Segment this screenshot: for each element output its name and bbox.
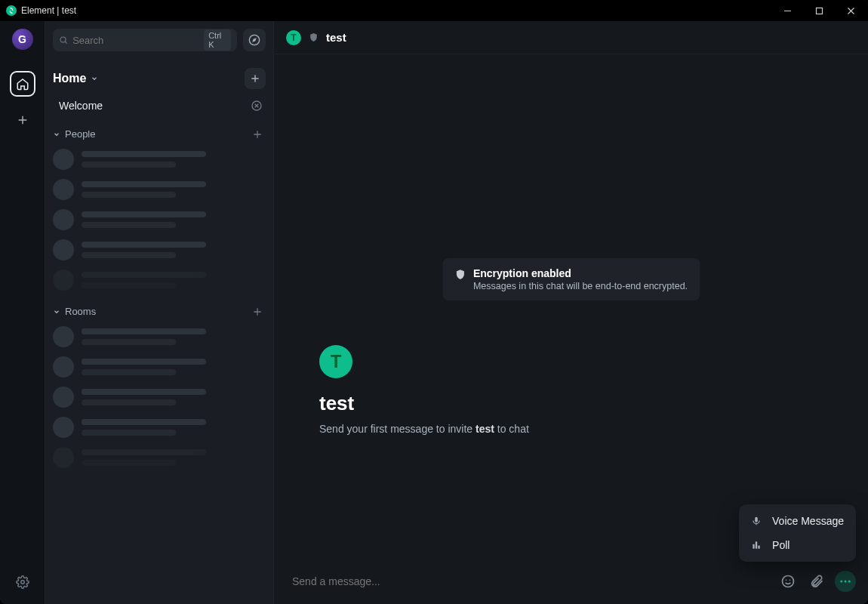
emoji-button[interactable] [777, 571, 799, 592]
room-title[interactable]: test [326, 31, 346, 44]
room-intro-name: test [319, 392, 529, 415]
shield-icon [309, 32, 319, 42]
space-header[interactable]: Home [53, 72, 98, 85]
svg-point-15 [848, 581, 851, 583]
composer-more-menu: Voice Message Poll [739, 504, 856, 562]
poll-label: Poll [772, 539, 790, 551]
svg-rect-9 [758, 546, 759, 549]
add-space-button[interactable] [10, 107, 35, 133]
new-chat-button[interactable] [245, 68, 266, 89]
room-skeleton [45, 322, 273, 352]
svg-point-11 [786, 580, 787, 581]
encryption-banner: Encryption enabled Messages in this chat… [442, 258, 700, 300]
svg-point-1 [20, 581, 24, 584]
room-skeleton [45, 352, 273, 382]
voice-message-label: Voice Message [772, 515, 844, 527]
message-input[interactable] [292, 575, 770, 587]
room-avatar-small[interactable]: T [286, 30, 301, 45]
svg-rect-0 [816, 8, 822, 14]
encryption-desc: Messages in this chat will be end-to-end… [473, 281, 688, 291]
welcome-item[interactable]: Welcome [45, 94, 273, 118]
people-skeleton [45, 205, 273, 235]
people-section-header[interactable]: People [45, 118, 273, 144]
minimize-button[interactable] [771, 0, 803, 21]
room-avatar-large[interactable]: T [319, 345, 352, 378]
maximize-button[interactable] [803, 0, 835, 21]
svg-marker-4 [252, 38, 256, 42]
close-button[interactable] [835, 0, 866, 21]
search-input[interactable] [72, 35, 199, 46]
room-intro-subtitle: Send your first message to invite test t… [319, 423, 529, 435]
dismiss-welcome-button[interactable] [251, 100, 263, 112]
titlebar: Element | test [0, 0, 868, 21]
room-content: T test Encryption enabled Messages in th… [274, 21, 868, 604]
search-input-wrapper[interactable]: Ctrl K [53, 29, 237, 51]
add-room-button[interactable] [252, 307, 263, 317]
svg-point-14 [845, 581, 847, 583]
room-body: Encryption enabled Messages in this chat… [274, 54, 868, 562]
svg-rect-7 [753, 544, 754, 549]
welcome-label: Welcome [59, 100, 103, 112]
svg-rect-6 [755, 517, 758, 522]
chevron-down-icon [91, 75, 98, 82]
sidebar: Ctrl K Home Welcome [45, 21, 274, 604]
app-icon [6, 5, 17, 16]
room-skeleton [45, 442, 273, 473]
shield-icon [454, 269, 466, 280]
svg-point-13 [840, 581, 842, 583]
composer [274, 562, 868, 604]
space-title: Home [53, 72, 86, 85]
voice-message-item[interactable]: Voice Message [739, 509, 856, 533]
home-space-button[interactable] [10, 71, 35, 97]
chevron-down-icon [53, 308, 60, 316]
search-icon [59, 35, 68, 45]
people-skeleton [45, 265, 273, 295]
user-avatar[interactable]: G [12, 29, 33, 50]
people-skeleton [45, 235, 273, 265]
rooms-section-header[interactable]: Rooms [45, 295, 273, 322]
search-shortcut: Ctrl K [204, 29, 231, 51]
spacebar: G [0, 21, 45, 604]
room-skeleton [45, 412, 273, 442]
microphone-icon [751, 516, 763, 526]
people-label: People [65, 128, 95, 140]
people-skeleton [45, 144, 273, 174]
poll-icon [751, 540, 763, 550]
more-options-button[interactable] [835, 571, 856, 592]
settings-button[interactable] [10, 569, 35, 595]
explore-button[interactable] [243, 29, 266, 51]
svg-point-2 [60, 37, 66, 42]
room-intro: T test Send your first message to invite… [319, 345, 529, 435]
encryption-title: Encryption enabled [473, 267, 688, 279]
chevron-down-icon [53, 131, 60, 138]
attach-button[interactable] [806, 571, 827, 592]
add-people-button[interactable] [252, 129, 263, 140]
svg-rect-8 [756, 541, 757, 548]
people-skeleton [45, 174, 273, 205]
room-skeleton [45, 382, 273, 412]
window-title: Element | test [21, 5, 76, 16]
poll-item[interactable]: Poll [739, 533, 856, 557]
room-header: T test [274, 21, 868, 54]
rooms-label: Rooms [65, 306, 96, 317]
svg-point-12 [790, 580, 791, 581]
svg-point-10 [783, 576, 794, 587]
